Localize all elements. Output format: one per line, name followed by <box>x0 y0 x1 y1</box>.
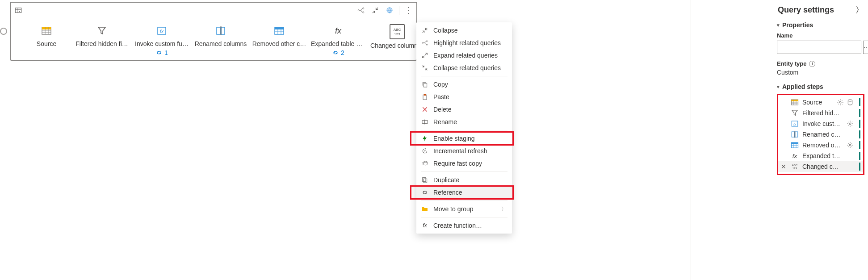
diagram-step[interactable]: Filtered hidden fi… <box>75 24 129 47</box>
applied-step[interactable]: ✕Filtered hid… <box>778 108 863 118</box>
upstream-node-stub <box>0 28 7 35</box>
delete-step-icon[interactable]: ✕ <box>781 163 786 170</box>
applied-step[interactable]: ✕Expanded t… <box>778 150 863 161</box>
applied-step-label: Renamed c… <box>802 131 850 138</box>
step-status-bar <box>859 141 860 149</box>
menu-item-label: Incremental refresh <box>433 147 507 155</box>
i-table-blue-icon <box>273 24 286 38</box>
menu-item-require-fast-copy[interactable]: Require fast copy <box>416 157 512 170</box>
entity-type-value: Custom <box>777 69 864 76</box>
menu-item-label: Reference <box>433 189 507 196</box>
gear-icon[interactable] <box>847 142 854 149</box>
applied-steps-section[interactable]: ▾ Applied steps <box>777 83 864 90</box>
chevron-right-icon: 〉 <box>501 205 507 213</box>
applied-step-label: Filtered hid… <box>802 109 850 117</box>
web-source-icon[interactable] <box>385 5 394 15</box>
menu-item-collapse-related[interactable]: Collapse related queries <box>416 62 512 74</box>
i-renamecol-icon <box>214 24 227 38</box>
query-icon[interactable] <box>13 5 23 15</box>
step-label: Removed other c… <box>252 40 306 47</box>
properties-section[interactable]: ▾ Properties <box>777 21 864 29</box>
menu-separator <box>421 217 507 217</box>
menu-item-collapse[interactable]: Collapse <box>416 24 512 37</box>
menu-item-label: Highlight related queries <box>433 39 507 46</box>
delete-icon <box>421 105 429 113</box>
gear-icon[interactable] <box>847 120 854 127</box>
abc123-icon <box>791 163 799 171</box>
menu-item-label: Require fast copy <box>433 160 507 167</box>
context-menu: CollapseHighlight related queriesExpand … <box>416 22 512 234</box>
chevron-down-icon: ▾ <box>777 84 780 90</box>
diagram-step[interactable]: Renamed columns <box>194 24 247 47</box>
menu-item-expand-related[interactable]: Expand related queries <box>416 49 512 62</box>
menu-item-label: Expand related queries <box>433 52 507 59</box>
menu-item-rename[interactable]: Rename <box>416 116 512 128</box>
connector <box>306 24 311 38</box>
share-icon[interactable] <box>356 5 366 15</box>
step-label: Expanded table c… <box>311 40 365 47</box>
collapse-icon <box>421 26 429 34</box>
info-icon[interactable]: i <box>809 61 815 67</box>
applied-step-label: Changed c… <box>802 163 850 170</box>
name-more-button[interactable]: ⋯ <box>863 41 868 54</box>
branch-icon <box>421 39 429 47</box>
menu-item-move-to-group[interactable]: Move to group〉 <box>416 203 512 215</box>
diagram-step[interactable]: Removed other c… <box>252 24 306 47</box>
menu-separator <box>421 76 507 76</box>
step-status-bar <box>859 109 860 117</box>
menu-item-incremental-refresh[interactable]: Incremental refresh <box>416 145 512 157</box>
copy-icon <box>421 80 429 88</box>
refresh-inc-icon <box>421 147 429 155</box>
applied-step[interactable]: ✕Renamed c… <box>778 129 863 140</box>
paste-icon <box>421 93 429 101</box>
applied-step[interactable]: ✕Source <box>778 97 863 108</box>
applied-steps-list: ✕Source✕Filtered hid…✕Invoke cust…✕Renam… <box>777 94 864 175</box>
step-status-bar <box>859 120 860 128</box>
query-diagram: ⋮ SourceFiltered hidden fi…Invoke custom… <box>10 2 417 61</box>
folder-icon <box>421 205 429 213</box>
reference-icon <box>421 188 429 196</box>
menu-item-label: Paste <box>433 93 507 100</box>
diagram-step[interactable]: Source <box>24 24 69 47</box>
menu-item-delete[interactable]: Delete <box>416 103 512 116</box>
step-reference-count[interactable]: 2 <box>332 49 344 56</box>
connector <box>129 24 134 38</box>
diagram-step[interactable]: Invoke custom fu…1 <box>134 24 189 56</box>
collapse-settings-icon[interactable]: 〉 <box>855 4 864 15</box>
menu-item-label: Delete <box>433 106 507 113</box>
connector <box>365 24 370 38</box>
i-filter-icon <box>95 24 109 38</box>
datasource-icon[interactable] <box>847 99 854 106</box>
menu-item-label: Copy <box>433 81 507 88</box>
query-settings-pane: Query settings 〉 ▾ Properties Name ⋯ Ent… <box>773 0 868 177</box>
applied-step[interactable]: ✕Changed c… <box>778 161 863 172</box>
connector <box>247 24 252 38</box>
collapse-diagram-icon[interactable] <box>370 5 380 15</box>
menu-item-duplicate[interactable]: Duplicate <box>416 174 512 186</box>
menu-item-reference[interactable]: Reference <box>416 186 512 199</box>
menu-item-copy[interactable]: Copy <box>416 78 512 91</box>
applied-step[interactable]: ✕Invoke cust… <box>778 118 863 129</box>
gear-icon[interactable] <box>837 99 844 106</box>
diagram-step[interactable]: Expanded table c…2 <box>311 24 365 56</box>
step-reference-count[interactable]: 1 <box>155 49 168 56</box>
applied-step[interactable]: ✕Removed o… <box>778 140 863 150</box>
collapse-in-icon <box>421 64 429 72</box>
query-name-input[interactable] <box>777 41 861 54</box>
menu-item-label: Collapse related queries <box>433 64 507 71</box>
toolbar-separator <box>399 6 399 15</box>
menu-item-enable-staging[interactable]: Enable staging <box>416 132 512 145</box>
step-status-bar <box>859 98 860 106</box>
menu-item-highlight-related[interactable]: Highlight related queries <box>416 37 512 49</box>
i-abc123-icon <box>390 24 405 39</box>
menu-item-create-function[interactable]: Create function… <box>416 219 512 232</box>
menu-item-paste[interactable]: Paste <box>416 91 512 103</box>
filter-icon <box>791 109 799 117</box>
applied-step-label: Source <box>802 99 833 106</box>
connector <box>69 24 75 38</box>
menu-item-label: Create function… <box>433 222 507 229</box>
more-options-icon[interactable]: ⋮ <box>404 5 414 15</box>
step-label: Source <box>37 40 56 47</box>
pane-divider <box>691 0 691 280</box>
duplicate-icon <box>421 176 429 184</box>
